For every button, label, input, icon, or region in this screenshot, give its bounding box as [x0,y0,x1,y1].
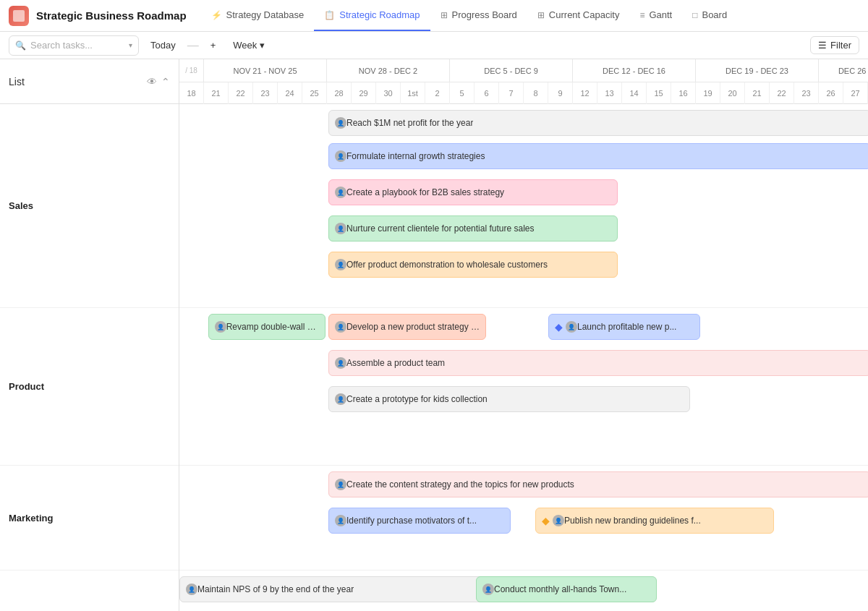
task-p4[interactable]: 👤 Assemble a product team [328,350,868,376]
task-s3[interactable]: 👤 Create a playbook for B2B sales strate… [328,179,618,205]
task-p2[interactable]: 👤 Develop a new product strategy f... [328,314,486,340]
task-e1[interactable]: 👤 Maintain NPS of 9 by the end of the ye… [179,576,498,602]
group-label-marketing: Marketing [0,466,179,571]
task-m2[interactable]: 👤 Identify purchase motivators of t... [328,508,511,534]
date-range-1: NOV 28 - DEC 2 [327,59,450,82]
day-21b: 21 [745,82,770,104]
m2-person-icon: 👤 [335,515,346,526]
row-labels: List 👁 ⌃ Sales Product Marketing Enablem… [0,59,179,611]
filter-icon: ☰ [818,40,827,51]
m1-person-icon: 👤 [335,479,346,490]
gantt-icon: ≡ [639,10,644,20]
day-12: 12 [573,82,597,104]
task-p5[interactable]: 👤 Create a prototype for kids collection [328,386,690,412]
list-actions: 👁 ⌃ [147,76,170,87]
m3-person-icon: 👤 [553,515,564,526]
p5-person-icon: 👤 [335,393,346,405]
group-label-enablement: Enablement [0,571,179,611]
hide-button[interactable]: 👁 [147,76,157,87]
group-label-sales: Sales [0,104,179,308]
date-ranges: / 18 NOV 21 - NOV 25 NOV 28 - DEC 2 DEC … [179,59,868,82]
p4-person-icon: 👤 [335,357,346,369]
date-range-3: DEC 12 - DEC 16 [573,59,696,82]
day-22b: 22 [770,82,794,104]
day-2: 2 [425,82,450,104]
today-button[interactable]: Today [145,38,182,53]
tab-strategy-database[interactable]: ⚡ Strategy Database [201,0,315,31]
s3-person-icon: 👤 [335,187,346,198]
day-8: 8 [524,82,548,104]
task-p3[interactable]: ◆ 👤 Launch profitable new p... [548,314,700,340]
task-s4[interactable]: 👤 Nurture current clientele for potentia… [328,215,618,242]
day-29: 29 [352,82,376,104]
e1-person-icon: 👤 [186,584,197,595]
day-18: 18 [179,82,204,104]
date-range-0: NOV 21 - NOV 25 [204,59,327,82]
task-s1[interactable]: 👤 Reach $1M net profit for the year [328,110,868,136]
s1-person-icon: 👤 [335,117,346,129]
date-range-4: DEC 19 - DEC 23 [696,59,819,82]
group-label-product: Product [0,308,179,466]
gantt-row-product: 👤 Revamp double-wall gl... 👤 Develop a n… [179,308,868,466]
day-26: 26 [819,82,843,104]
task-m1[interactable]: 👤 Create the content strategy and the to… [328,471,868,497]
p2-person-icon: 👤 [335,321,346,333]
tab-progress-board[interactable]: ⊞ Progress Board [430,0,527,31]
toolbar: 🔍 Search tasks... ▾ Today — + Week ▾ ☰ F… [0,32,868,59]
gantt-row-sales: 👤 Reach $1M net profit for the year 👤 Fo… [179,104,868,308]
day-28: 28 [327,82,352,104]
progress-board-icon: ⊞ [441,10,448,20]
tab-strategic-roadmap[interactable]: 📋 Strategic Roadmap [314,0,430,31]
day-7: 7 [499,82,524,104]
day-14: 14 [622,82,647,104]
gantt-row-enablement: 👤 Maintain NPS of 9 by the end of the ye… [179,571,868,611]
task-s2[interactable]: 👤 Formulate internal growth strategies [328,143,868,169]
s4-person-icon: 👤 [335,223,346,234]
date-range-pre: / 18 [179,59,204,82]
day-6: 6 [475,82,499,104]
task-m3[interactable]: ◆ 👤 Publish new branding guidelines f... [535,508,774,534]
board-icon: □ [692,10,697,20]
strategic-roadmap-icon: 📋 [324,10,335,20]
search-icon: 🔍 [15,40,26,51]
app-header: Strategic Business Roadmap ⚡ Strategy Da… [0,0,868,32]
search-box[interactable]: 🔍 Search tasks... ▾ [9,35,139,56]
date-header: / 18 NOV 21 - NOV 25 NOV 28 - DEC 2 DEC … [179,59,868,104]
date-range-2: DEC 5 - DEC 9 [450,59,573,82]
day-21: 21 [204,82,229,104]
milestone-icon-p3: ◆ [555,321,563,333]
task-e2[interactable]: 👤 Conduct monthly all-hands Town... [476,576,657,602]
gantt-row-marketing: 👤 Create the content strategy and the to… [179,466,868,571]
day-23b: 23 [794,82,819,104]
app-icon [9,6,29,26]
tab-board[interactable]: □ Board [682,0,737,31]
week-button[interactable]: Week ▾ [227,38,271,53]
day-27: 27 [843,82,868,104]
day-24: 24 [278,82,302,104]
list-label: List [9,76,25,87]
day-1: 1st [401,82,425,104]
date-days: 18 21 22 23 24 25 28 29 30 1st 2 5 6 7 8… [179,82,868,104]
day-23: 23 [253,82,278,104]
gantt-chart: / 18 NOV 21 - NOV 25 NOV 28 - DEC 2 DEC … [179,59,868,611]
collapse-button[interactable]: ⌃ [161,76,170,87]
tab-current-capacity[interactable]: ⊞ Current Capacity [527,0,630,31]
nav-tabs: ⚡ Strategy Database 📋 Strategic Roadmap … [201,0,738,31]
tab-gantt[interactable]: ≡ Gantt [629,0,682,31]
date-range-5: DEC 26 - [819,59,868,82]
task-p1[interactable]: 👤 Revamp double-wall gl... [208,314,326,340]
day-16: 16 [671,82,696,104]
toolbar-separator: — [187,39,199,52]
day-20: 20 [720,82,745,104]
filter-button[interactable]: ☰ Filter [810,36,859,54]
milestone-icon-m3: ◆ [542,515,550,526]
app-title: Strategic Business Roadmap [36,9,187,22]
search-chevron-icon: ▾ [129,41,132,49]
list-header: List 👁 ⌃ [0,59,179,104]
task-s5[interactable]: 👤 Offer product demonstration to wholesa… [328,252,618,278]
e2-person-icon: 👤 [482,584,494,595]
add-period-button[interactable]: + [205,38,222,53]
strategy-database-icon: ⚡ [211,10,222,20]
day-13: 13 [597,82,622,104]
s2-person-icon: 👤 [335,150,346,162]
